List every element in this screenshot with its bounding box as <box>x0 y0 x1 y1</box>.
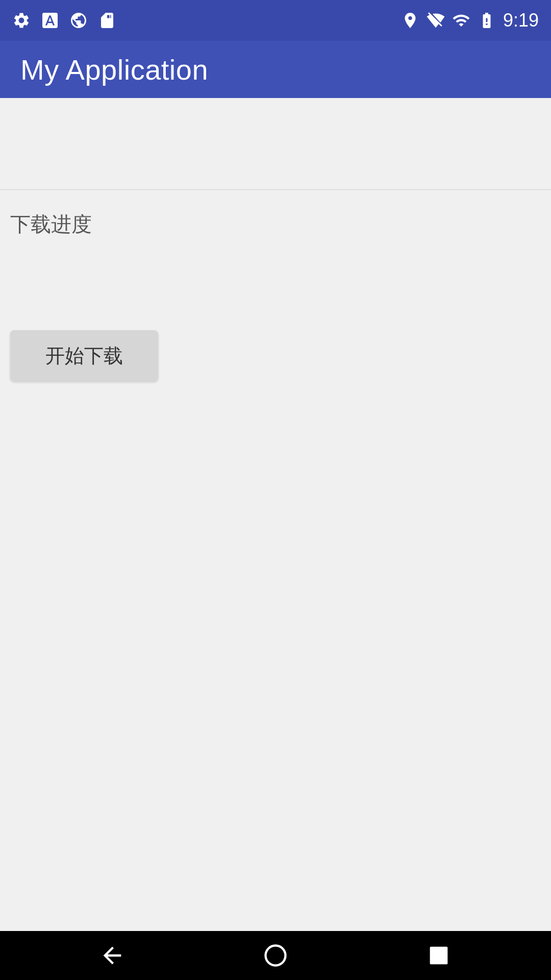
nav-bar <box>0 931 551 980</box>
sdcard-icon <box>98 11 116 30</box>
signal-icon <box>452 11 470 30</box>
svg-rect-1 <box>430 947 448 965</box>
progress-area <box>10 269 541 300</box>
svg-point-0 <box>266 946 286 966</box>
main-content: 下载进度 开始下载 <box>0 190 551 402</box>
download-progress-label: 下载进度 <box>10 210 541 238</box>
battery-icon <box>478 11 496 30</box>
home-button[interactable] <box>255 935 296 976</box>
settings-icon <box>12 11 31 30</box>
wifi-no-icon <box>427 11 445 30</box>
globe-icon <box>69 11 88 30</box>
font-icon <box>41 11 59 30</box>
top-spacer <box>0 98 551 190</box>
bottom-spacer <box>0 402 551 931</box>
status-bar: 9:19 <box>0 0 551 41</box>
status-bar-right-icons: 9:19 <box>401 10 539 31</box>
app-title: My Application <box>20 53 208 86</box>
location-icon <box>401 11 419 30</box>
status-bar-left-icons <box>12 11 116 30</box>
back-button[interactable] <box>92 935 133 976</box>
start-download-button[interactable]: 开始下载 <box>10 330 158 381</box>
recents-button[interactable] <box>418 935 459 976</box>
content-area: 下载进度 开始下载 <box>0 98 551 931</box>
status-time: 9:19 <box>503 10 539 31</box>
app-bar: My Application <box>0 41 551 98</box>
